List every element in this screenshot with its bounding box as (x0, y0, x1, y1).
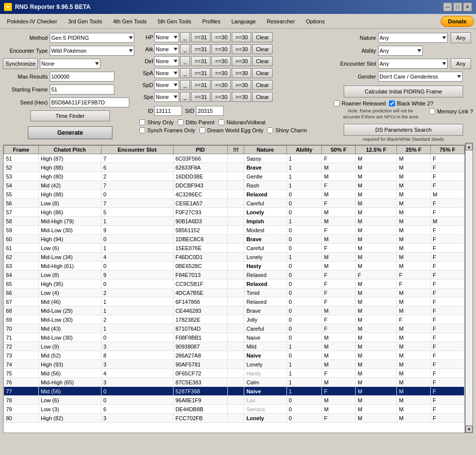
table-row[interactable]: 78Low (6)096A8E1F9Lax0MMMF (4, 396, 465, 405)
atk-eq31[interactable]: ==31 (191, 44, 210, 54)
roamer-released-checkbox[interactable] (334, 100, 340, 106)
table-row[interactable]: 79Low (3)6DE44DB8BSerious0MMMF (4, 405, 465, 414)
spe-ge30[interactable]: >=30 (232, 92, 251, 102)
method-select[interactable]: Gen 5 PIDRNG (50, 33, 134, 43)
spe-clear[interactable]: Clear (252, 92, 272, 102)
def-select[interactable]: None (154, 56, 179, 66)
table-row[interactable]: 72Low (9)390938087Mild1MMMF (4, 342, 465, 351)
menu-3rd-gen[interactable]: 3rd Gen Tools (63, 16, 107, 26)
menu-pokedex[interactable]: Pokédex-IV Checker (2, 16, 62, 26)
encounter-slot-select[interactable]: Any (378, 59, 448, 69)
ability-select[interactable]: Any (378, 46, 423, 56)
results-table-container[interactable]: Frame Chatot Pitch Encounter Slot PID !!… (3, 145, 465, 433)
atk-select[interactable]: None (154, 44, 179, 54)
table-row[interactable]: 62Mid-Low (34)4F46DC0D1Lonely1MMMF (4, 253, 465, 262)
encounter-slot-any-button[interactable]: Any (451, 58, 471, 69)
table-row[interactable]: 77Mid (56)05287F368Naive1FMMF (4, 387, 465, 396)
spe-eq30[interactable]: ==30 (211, 92, 231, 102)
def-clear[interactable]: Clear (252, 56, 272, 66)
def-ge30[interactable]: >=30 (232, 56, 251, 66)
table-row[interactable]: 63Mid-High (61)00BE6528CHasty0MMMF (4, 262, 465, 271)
synchronize-button[interactable]: Synchronize (3, 58, 38, 69)
sid-input[interactable] (196, 106, 224, 116)
atk-clear[interactable]: Clear (252, 44, 272, 54)
seed-input[interactable] (50, 97, 129, 107)
hp-ge30[interactable]: >=30 (232, 32, 251, 42)
nidoran-checkbox[interactable] (218, 119, 224, 125)
menu-options[interactable]: Options (301, 16, 330, 26)
table-row[interactable]: 69Mid-Low (30)21782382EJolly0FMFF (4, 315, 465, 324)
minimize-button[interactable]: — (443, 2, 452, 11)
donate-button[interactable]: Donate (441, 16, 474, 27)
spa-ge30[interactable]: >=30 (232, 68, 251, 78)
hp-select[interactable]: None (154, 32, 179, 42)
table-row[interactable]: 66Low (4)24DCA7B5ETimid0FMMF (4, 288, 465, 297)
scroll-down-button[interactable]: ▼ (466, 426, 473, 433)
scroll-up-button[interactable]: ▲ (466, 143, 473, 150)
hp-eq31[interactable]: ==31 (191, 32, 210, 42)
table-row[interactable]: 65High (95)0CC9C5B1FRelaxed0FMFF (4, 279, 465, 288)
def-underscore[interactable]: _ (180, 56, 190, 66)
spe-underscore[interactable]: _ (180, 92, 190, 102)
spa-select[interactable]: None (154, 68, 179, 78)
menu-5th-gen[interactable]: 5th Gen Tools (153, 16, 196, 26)
table-row[interactable]: 68Mid-Low (29)1CE446283Brave0MMMF (4, 306, 465, 315)
table-row[interactable]: 71Mid-Low (30)0F08F9BB1Naive0MMMF (4, 333, 465, 342)
shiny-charm-checkbox[interactable] (267, 127, 273, 133)
menu-language[interactable]: Language (226, 16, 261, 26)
nature-select[interactable]: Any (378, 33, 448, 43)
table-row[interactable]: 61Low (6)115EE076ECareful0FMMF (4, 244, 465, 253)
starting-frame-input[interactable] (50, 85, 114, 94)
atk-eq30[interactable]: ==30 (211, 44, 231, 54)
spa-underscore[interactable]: _ (180, 68, 190, 78)
table-row[interactable]: 54Mid (42)7DDCBF943Rash1FMMF (4, 181, 465, 190)
menu-4th-gen[interactable]: 4th Gen Tools (108, 16, 152, 26)
def-eq31[interactable]: ==31 (191, 56, 210, 66)
hp-clear[interactable]: Clear (252, 32, 272, 42)
spd-eq31[interactable]: ==31 (191, 80, 210, 90)
table-row[interactable]: 57High (86)5F0F27C93Lonely0MMMF (4, 208, 465, 217)
time-finder-button[interactable]: Time Finder (30, 110, 110, 121)
def-eq30[interactable]: ==30 (211, 56, 231, 66)
scrollbar[interactable]: ▲ ▼ (465, 143, 473, 433)
spd-underscore[interactable]: _ (180, 80, 190, 90)
spa-eq30[interactable]: ==30 (211, 68, 231, 78)
menu-researcher[interactable]: Researcher (262, 16, 300, 26)
spd-ge30[interactable]: >=30 (232, 80, 251, 90)
dream-world-checkbox[interactable] (199, 127, 205, 133)
table-row[interactable]: 74High (93)390AF5781Lonely1MMMF (4, 360, 465, 369)
table-row[interactable]: 75Mid (56)40F65CF72Hardy1FMMF (4, 369, 465, 378)
shiny-only-checkbox[interactable] (139, 119, 145, 125)
table-row[interactable]: 59Mid-Low (30)958561152Modest0FMMF (4, 226, 465, 235)
table-row[interactable]: 55High (88)04C3286ECRelaxed0MMMM (4, 190, 465, 199)
hp-eq30[interactable]: ==30 (211, 32, 231, 42)
synch-frames-checkbox[interactable] (139, 127, 145, 133)
table-row[interactable]: 53High (80)216DDD38EGentle1MMMF (4, 172, 465, 181)
atk-underscore[interactable]: _ (180, 44, 190, 54)
ds-params-search-button[interactable]: DS Parameters Search (344, 124, 463, 136)
spd-eq30[interactable]: ==30 (211, 80, 231, 90)
ditto-parent-checkbox[interactable] (178, 119, 184, 125)
calc-initial-button[interactable]: Calculate Initial PIDRNG Frame (344, 86, 463, 97)
black-white2-checkbox[interactable] (389, 100, 395, 106)
id-input[interactable] (154, 106, 182, 116)
spe-eq31[interactable]: ==31 (191, 92, 210, 102)
maximize-button[interactable]: □ (453, 2, 462, 11)
atk-ge30[interactable]: >=30 (232, 44, 251, 54)
table-row[interactable]: 80High (82)3FCC702FBLonely0FMMF (4, 414, 465, 423)
close-button[interactable]: ✕ (463, 2, 472, 11)
table-row[interactable]: 76Mid-High (65)387C5E383Calm1MMMF (4, 378, 465, 387)
table-row[interactable]: 56Low (8)7CE5E1A57Careful0FMMF (4, 199, 465, 208)
table-row[interactable]: 58Mid-High (79)190B1A6D3Impish1MMMM (4, 217, 465, 226)
synchronize-select[interactable]: None (40, 59, 100, 69)
spa-eq31[interactable]: ==31 (191, 68, 210, 78)
spe-select[interactable]: None (154, 92, 179, 102)
table-row[interactable]: 60High (94)01DBEC8C6Brave0MMMF (4, 235, 465, 244)
table-row[interactable]: 64Low (8)9F84E7013Relaxed0FFFF (4, 271, 465, 279)
table-row[interactable]: 67Mid (46)16F147866Relaxed0FMMF (4, 297, 465, 306)
spa-clear[interactable]: Clear (252, 68, 272, 78)
table-row[interactable]: 52High (88)662633F8ABrave1MMMF (4, 163, 465, 172)
spd-clear[interactable]: Clear (252, 80, 272, 90)
memory-link-checkbox[interactable] (429, 108, 435, 114)
table-row[interactable]: 70Mid (43)18710764DCareful0FMMF (4, 324, 465, 333)
